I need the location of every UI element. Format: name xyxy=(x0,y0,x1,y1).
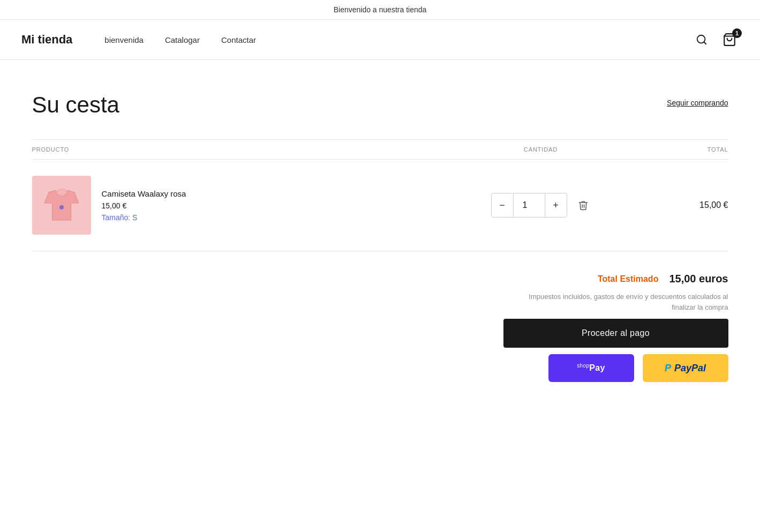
tshirt-illustration xyxy=(40,184,83,227)
nav-bienvenida[interactable]: bienvenida xyxy=(104,35,144,44)
quantity-box: − + xyxy=(491,193,567,218)
cart-badge: 1 xyxy=(732,28,742,38)
search-button[interactable] xyxy=(694,32,710,48)
total-label: Total Estimado xyxy=(598,274,659,284)
header-icons: 1 xyxy=(694,31,739,49)
search-icon xyxy=(696,34,708,46)
site-logo[interactable]: Mi tienda xyxy=(21,33,72,47)
item-total: 15,00 € xyxy=(621,200,728,210)
product-image xyxy=(32,176,91,235)
product-size: Tamaño: S xyxy=(102,213,186,222)
svg-line-1 xyxy=(704,42,706,44)
paypal-p-icon: P xyxy=(665,363,671,374)
payment-options: shopPay P PayPal xyxy=(548,354,728,382)
shop-pay-button[interactable]: shopPay xyxy=(548,354,634,382)
col-total-header: TOTAL xyxy=(621,146,728,153)
size-value: S xyxy=(132,213,137,222)
total-amount: 15,00 euros xyxy=(669,273,728,285)
product-info: Camiseta Waalaxy rosa 15,00 € Tamaño: S xyxy=(32,176,461,235)
trash-icon xyxy=(578,200,589,211)
col-quantity-header: CANTIDAD xyxy=(461,146,621,153)
cart-item: Camiseta Waalaxy rosa 15,00 € Tamaño: S … xyxy=(32,160,728,251)
cart-button[interactable]: 1 xyxy=(720,31,739,49)
header: Mi tienda bienvenida Catalogar Contactar… xyxy=(0,20,760,60)
product-name: Camiseta Waalaxy rosa xyxy=(102,189,186,198)
product-price: 15,00 € xyxy=(102,201,186,210)
nav-catalogar[interactable]: Catalogar xyxy=(165,35,200,44)
checkout-button[interactable]: Proceder al pago xyxy=(503,319,728,348)
svg-point-3 xyxy=(56,189,66,196)
size-label: Tamaño: xyxy=(102,213,131,222)
quantity-input[interactable] xyxy=(513,193,545,217)
cart-page: Su cesta Seguir comprando PRODUCTO CANTI… xyxy=(11,60,750,425)
quantity-increase-button[interactable]: + xyxy=(545,193,567,217)
quantity-control-wrapper: − + xyxy=(461,193,621,218)
nav-contactar[interactable]: Contactar xyxy=(221,35,256,44)
announcement-bar: Bienvenido a nuestra tienda xyxy=(0,0,760,20)
col-product-header: PRODUCTO xyxy=(32,146,461,153)
announcement-text: Bienvenido a nuestra tienda xyxy=(334,5,427,14)
quantity-decrease-button[interactable]: − xyxy=(492,193,513,217)
cart-title: Su cesta xyxy=(32,92,119,118)
shop-pay-label: shopPay xyxy=(577,363,605,373)
continue-shopping-link[interactable]: Seguir comprando xyxy=(667,92,728,107)
paypal-label: PayPal xyxy=(674,363,706,374)
paypal-button[interactable]: P PayPal xyxy=(643,354,728,382)
cart-table-header: PRODUCTO CANTIDAD TOTAL xyxy=(32,139,728,160)
svg-point-4 xyxy=(59,205,64,209)
delete-item-button[interactable] xyxy=(576,198,591,213)
cart-header-row: Su cesta Seguir comprando xyxy=(32,92,728,118)
main-nav: bienvenida Catalogar Contactar xyxy=(104,35,694,44)
tax-note: Impuestos incluidos, gastos de envío y d… xyxy=(514,291,728,312)
cart-footer: Total Estimado 15,00 euros Impuestos inc… xyxy=(32,273,728,382)
product-details: Camiseta Waalaxy rosa 15,00 € Tamaño: S xyxy=(102,189,186,222)
total-row: Total Estimado 15,00 euros xyxy=(598,273,728,285)
